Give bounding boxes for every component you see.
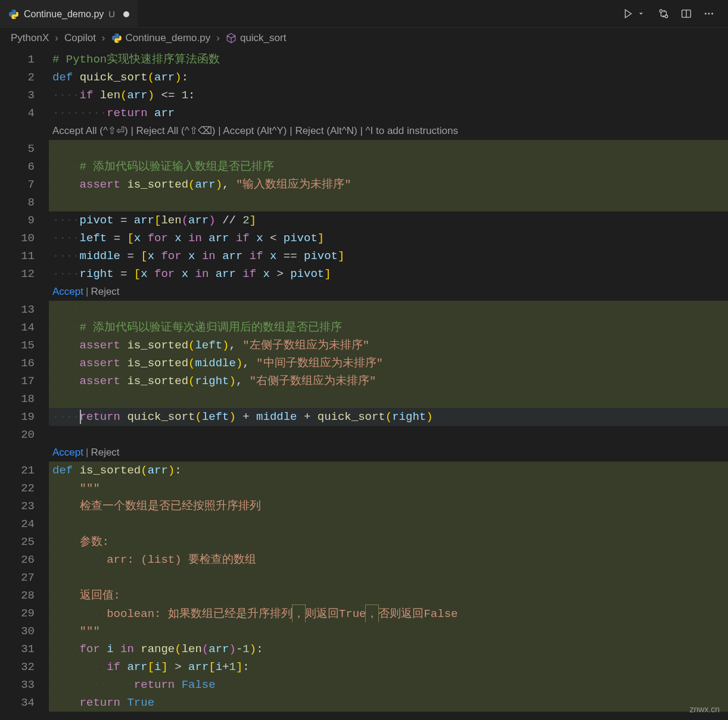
code-editor[interactable]: 1 2 3 4 5 6 7 8 9 10 11 12 13 14 15 16 1…: [0, 48, 728, 720]
tab-bar: Continue_demo.py U: [0, 0, 728, 28]
tab-modified-dot: [123, 11, 129, 17]
accept-reject-hint: Accept | Reject: [49, 444, 728, 462]
run-dropdown-icon[interactable]: [635, 8, 647, 20]
breadcrumb-item[interactable]: PythonX: [11, 32, 49, 44]
breadcrumb-item[interactable]: Copilot: [64, 32, 96, 44]
breadcrumb: PythonX › Copilot › Continue_demo.py › q…: [0, 28, 728, 48]
code-line: ····: [49, 140, 728, 158]
code-line: ····assert is_sorted(right), "右侧子数组应为未排序…: [49, 372, 728, 390]
code-line: [49, 515, 728, 533]
code-line: ····if len(arr) <= 1:: [49, 86, 728, 104]
code-line: ····检查一个数组是否已经按照升序排列: [49, 497, 728, 515]
code-line: ····参数:: [49, 533, 728, 551]
symbol-method-icon: [226, 33, 237, 43]
accept-reject-hint: Accept | Reject: [49, 283, 728, 301]
accept-link[interactable]: Accept: [52, 444, 83, 462]
code-line: ····# 添加代码以验证输入数组是否已排序: [49, 158, 728, 176]
chevron-right-icon: ›: [214, 32, 222, 44]
code-line: ········return arr: [49, 104, 728, 122]
code-line: def is_sorted(arr):: [49, 462, 728, 479]
tab-file-name: Continue_demo.py: [24, 9, 104, 20]
breadcrumb-item[interactable]: Continue_demo.py: [126, 32, 211, 44]
code-line: ····for i in range(len(arr)-1):: [49, 640, 728, 658]
editor-toolbar: [622, 8, 722, 20]
line-gutter: 1 2 3 4 5 6 7 8 9 10 11 12 13 14 15 16 1…: [0, 48, 49, 720]
code-line: ····返回值:: [49, 587, 728, 604]
code-line: ····right = [x for x in arr if x > pivot…: [49, 265, 728, 283]
code-line: ····# 添加代码以验证每次递归调用后的数组是否已排序: [49, 319, 728, 336]
code-line: ····: [49, 301, 728, 319]
python-icon: [111, 33, 122, 43]
accept-link[interactable]: Accept: [52, 283, 83, 301]
code-line: ····return True: [49, 694, 728, 712]
reject-link[interactable]: Reject: [91, 444, 119, 462]
reject-link[interactable]: Reject: [91, 283, 119, 301]
code-content[interactable]: # Python实现快速排序算法函数 def quick_sort(arr): …: [49, 48, 728, 720]
code-line: ········boolean: 如果数组已经是升序排列，则返回True，否则返…: [49, 604, 728, 622]
code-line: [49, 426, 728, 444]
svg-point-0: [659, 10, 662, 13]
code-line: ············return False: [49, 676, 728, 694]
chevron-right-icon: ›: [99, 32, 108, 44]
breadcrumb-item[interactable]: quick_sort: [240, 32, 286, 44]
svg-point-4: [705, 13, 707, 15]
code-line: def quick_sort(arr):: [49, 68, 728, 86]
more-actions-icon[interactable]: [703, 8, 715, 20]
split-editor-icon[interactable]: [680, 8, 692, 20]
compare-changes-icon[interactable]: [658, 8, 670, 20]
svg-point-5: [708, 13, 710, 15]
code-line: # Python实现快速排序算法函数: [49, 51, 728, 68]
watermark: znwx.cn: [689, 705, 720, 714]
code-line: ····left = [x for x in arr if x < pivot]: [49, 229, 728, 247]
run-icon[interactable]: [622, 8, 634, 20]
code-line: ····assert is_sorted(left), "左侧子数组应为未排序": [49, 336, 728, 354]
editor-tab[interactable]: Continue_demo.py U: [0, 0, 138, 28]
python-icon: [8, 9, 19, 20]
tab-git-status: U: [108, 9, 115, 19]
code-line: [49, 569, 728, 587]
code-line: ····: [49, 390, 728, 408]
code-line: ····: [49, 194, 728, 211]
code-line: ····middle = [x for x in arr if x == piv…: [49, 247, 728, 265]
code-line: ········if arr[i] > arr[i+1]:: [49, 658, 728, 676]
inline-suggestion-hint: Accept All (^⇧⏎) | Reject All (^⇧⌫) | Ac…: [49, 122, 728, 140]
code-line: ····pivot = arr[len(arr) // 2]: [49, 211, 728, 229]
chevron-right-icon: ›: [52, 32, 61, 44]
code-line: ········arr: (list) 要检查的数组: [49, 551, 728, 569]
svg-point-6: [711, 13, 713, 15]
code-line: ····assert is_sorted(middle), "中间子数组应为未排…: [49, 354, 728, 372]
code-line: ····""": [49, 622, 728, 640]
code-line: ····assert is_sorted(arr), "输入数组应为未排序": [49, 176, 728, 194]
svg-point-1: [665, 15, 668, 18]
code-line: ····""": [49, 479, 728, 497]
code-line: ····return quick_sort(left) + middle + q…: [49, 408, 728, 426]
